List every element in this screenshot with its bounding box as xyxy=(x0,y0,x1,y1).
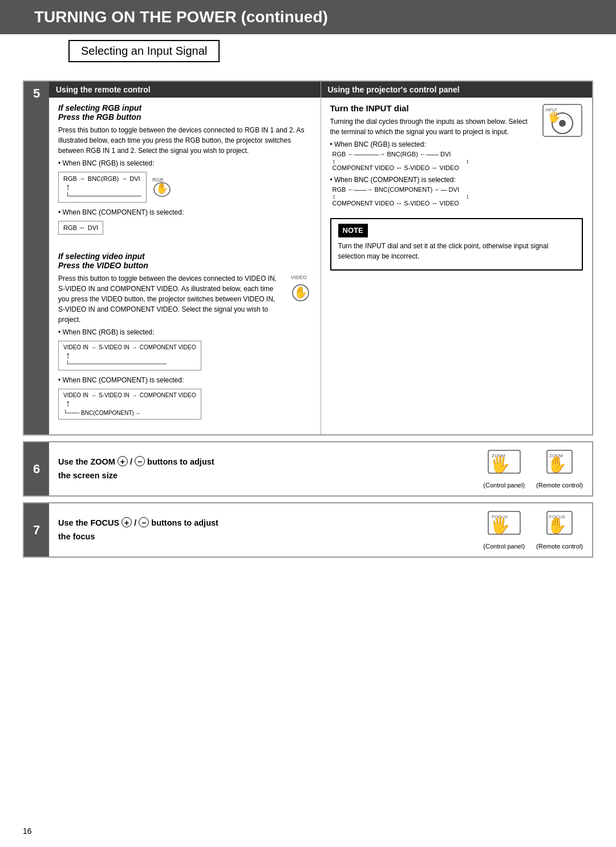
video-button-icon: VIDEO ✋ xyxy=(290,273,311,304)
input-dial-body: Turning the dial cycles through the inpu… xyxy=(330,116,538,137)
focus-minus-btn[interactable]: − xyxy=(139,517,149,527)
focus-remote-icon: FOCUS ✋ xyxy=(542,510,577,542)
rgb-bnc-section: • When BNC (RGB) is selected: RGB → BNC(… xyxy=(58,159,311,205)
step-7-content: Use the FOCUS + / − buttons to adjust th… xyxy=(49,503,592,556)
svg-text:🖐: 🖐 xyxy=(490,455,510,474)
step-6-content: Use the ZOOM + / − buttons to adjust the… xyxy=(49,442,592,495)
focus-control-panel-icon-col: FOCUS 🖐 (Control panel) xyxy=(483,510,525,550)
step-5-block: 5 Using the remote control If selecting … xyxy=(23,80,593,435)
svg-text:✋: ✋ xyxy=(156,182,169,195)
input-dial-heading: Turn the INPUT dial xyxy=(330,103,538,113)
right-bnc-section: • When BNC (RGB) is selected: RGB ←————→… xyxy=(330,140,583,171)
rgb-component-label: • When BNC (COMPONENT) is selected: xyxy=(58,208,311,216)
note-title: NOTE xyxy=(338,224,368,237)
video-component-diagram: VIDEO IN→S-VIDEO IN→COMPONENT VIDEO ↑ └─… xyxy=(58,389,201,420)
zoom-control-panel-icon: ZOOM 🖐 xyxy=(487,449,521,481)
rgb-button-icon: RGB ✋ xyxy=(151,176,173,199)
remote-control-label: (Remote control) xyxy=(536,482,583,489)
video-component-section: • When BNC (COMPONENT) is selected: VIDE… xyxy=(58,376,311,422)
step-6-text: Use the ZOOM + / − buttons to adjust the… xyxy=(58,455,483,482)
step-6-block: 6 Use the ZOOM + / − buttons to adjust t… xyxy=(23,441,593,497)
step-7-number: 7 xyxy=(24,503,49,556)
focus-remote-icon-col: FOCUS ✋ (Remote control) xyxy=(536,510,583,550)
step-7-icons: FOCUS 🖐 (Control panel) FOCUS ✋ (Remote … xyxy=(483,510,583,550)
focus-control-label: (Control panel) xyxy=(483,543,525,550)
focus-control-panel-icon: FOCUS 🖐 xyxy=(487,510,521,542)
svg-text:🖐: 🖐 xyxy=(490,516,510,535)
main-content: 5 Using the remote control If selecting … xyxy=(0,80,616,558)
remote-control-icon-col: ZOOM ✋ (Remote control) xyxy=(536,449,583,489)
input-dial-icon: INPUT 🖐 xyxy=(542,103,583,139)
right-comp-section: • When BNC (COMPONENT) is selected: RGB … xyxy=(330,176,583,207)
zoom-minus-btn[interactable]: − xyxy=(135,456,145,466)
step-6-icons: ZOOM 🖐 (Control panel) ZOOM ✋ (Remote co… xyxy=(483,449,583,489)
svg-text:✋: ✋ xyxy=(294,285,308,299)
step-5-number: 5 xyxy=(24,82,49,434)
svg-text:✋: ✋ xyxy=(547,516,567,535)
video-component-label: • When BNC (COMPONENT) is selected: xyxy=(58,376,311,384)
control-panel-label: (Control panel) xyxy=(483,482,525,489)
video-bnc-label: • When BNC (RGB) is selected: xyxy=(58,328,311,336)
page-number: 16 xyxy=(23,826,32,836)
col-remote-control: Using the remote control If selecting RG… xyxy=(49,82,321,434)
section-title: Selecting an Input Signal xyxy=(68,40,220,62)
note-body: Turn the INPUT dial and set it at the cl… xyxy=(338,241,576,261)
right-bnc-label: • When BNC (RGB) is selected: xyxy=(330,140,583,148)
zoom-plus-btn[interactable]: + xyxy=(117,456,128,466)
page: TURNING ON THE POWER (continued) Selecti… xyxy=(0,0,616,847)
step-7-block: 7 Use the FOCUS + / − buttons to adjust … xyxy=(23,502,593,558)
step-5-content: Using the remote control If selecting RG… xyxy=(49,82,592,434)
svg-text:RGB: RGB xyxy=(152,177,164,183)
focus-remote-label: (Remote control) xyxy=(536,543,583,550)
rgb-heading: If selecting RGB inputPress the RGB butt… xyxy=(58,103,311,122)
col-right-header: Using the projector's control panel xyxy=(321,82,593,98)
focus-plus-btn[interactable]: + xyxy=(121,517,132,527)
page-header: TURNING ON THE POWER (continued) xyxy=(0,0,616,34)
zoom-remote-icon: ZOOM ✋ xyxy=(542,449,577,481)
video-heading: If selecting video inputPress the VIDEO … xyxy=(58,252,311,270)
rgb-bnc-diagram: RGB → BNC(RGB) → DVI ↑ └──────────────── xyxy=(58,172,147,203)
video-body: Press this button to toggle between the … xyxy=(58,273,311,325)
col-control-panel: Using the projector's control panel Turn… xyxy=(321,82,593,434)
rgb-component-diagram: RGB ↔ DVI xyxy=(58,221,103,235)
svg-text:🖐: 🖐 xyxy=(548,111,561,123)
note-box: NOTE Turn the INPUT dial and set it at t… xyxy=(330,218,583,271)
step-6-number: 6 xyxy=(24,442,49,495)
col-left-header: Using the remote control xyxy=(49,82,321,98)
step-7-text: Use the FOCUS + / − buttons to adjust th… xyxy=(58,517,483,543)
rgb-body: Press this button to toggle between the … xyxy=(58,125,311,156)
video-bnc-section: • When BNC (RGB) is selected: VIDEO IN→S… xyxy=(58,328,311,373)
svg-text:VIDEO: VIDEO xyxy=(291,275,307,280)
svg-text:✋: ✋ xyxy=(547,455,567,474)
page-title: TURNING ON THE POWER (continued) xyxy=(34,8,328,26)
control-panel-icon-col: ZOOM 🖐 (Control panel) xyxy=(483,449,525,489)
rgb-component-section: • When BNC (COMPONENT) is selected: RGB … xyxy=(58,208,311,237)
right-comp-label: • When BNC (COMPONENT) is selected: xyxy=(330,176,583,184)
rgb-bnc-label: • When BNC (RGB) is selected: xyxy=(58,159,311,167)
step-5-columns: Using the remote control If selecting RG… xyxy=(49,82,592,434)
video-bnc-diagram: VIDEO IN→S-VIDEO IN→COMPONENT VIDEO ↑ └─… xyxy=(58,341,201,370)
